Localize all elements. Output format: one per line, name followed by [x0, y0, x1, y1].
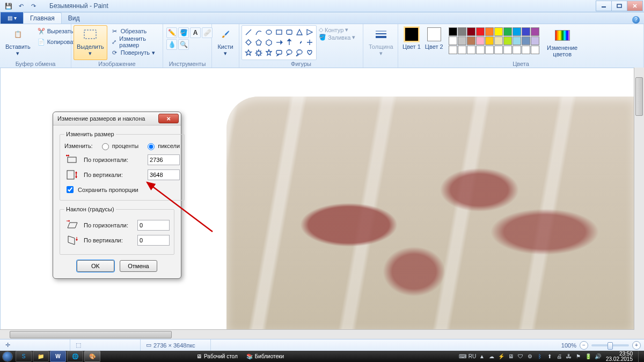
thickness-button[interactable]: Толщина▾: [365, 25, 397, 60]
cancel-button[interactable]: Отмена: [120, 260, 157, 272]
palette-color[interactable]: [531, 36, 539, 45]
start-button[interactable]: [0, 351, 15, 362]
fill-tool[interactable]: 🪣: [178, 27, 189, 38]
eraser-tool[interactable]: 🩹: [202, 27, 213, 38]
palette-empty[interactable]: [494, 46, 503, 54]
tab-view[interactable]: Вид: [62, 13, 86, 24]
dialog-title-bar[interactable]: Изменение размеров и наклона ✕: [53, 112, 181, 125]
palette-color[interactable]: [513, 36, 521, 45]
flag-icon[interactable]: ⚑: [575, 353, 582, 360]
palette-empty[interactable]: [476, 46, 485, 54]
scrollbar-thumb[interactable]: [10, 331, 172, 338]
palette-color[interactable]: [449, 27, 457, 36]
skew-h-input[interactable]: [137, 220, 170, 231]
palette-color[interactable]: [503, 27, 512, 36]
keep-aspect-checkbox[interactable]: Сохранить пропорции: [64, 184, 180, 195]
edit-colors-button[interactable]: Изменение цветов: [543, 27, 582, 57]
palette-empty[interactable]: [531, 46, 539, 54]
tray-icon[interactable]: ⚙: [526, 353, 534, 360]
palette-color[interactable]: [522, 27, 530, 36]
volume-icon[interactable]: 🔊: [594, 353, 602, 360]
palette-color[interactable]: [449, 36, 457, 45]
shape-fill-button[interactable]: 🪣Заливка▾: [319, 34, 355, 41]
skew-v-input[interactable]: [137, 235, 170, 246]
color2-button[interactable]: Цвет 2: [423, 27, 445, 50]
eyedropper-tool[interactable]: 💧: [166, 39, 177, 50]
taskbar-explorer[interactable]: 📁: [33, 351, 49, 362]
tray-icon[interactable]: ☁: [488, 353, 495, 360]
palette-color[interactable]: [513, 27, 521, 36]
palette-empty[interactable]: [449, 46, 457, 54]
palette-color[interactable]: [458, 36, 466, 45]
dialog-close-button[interactable]: ✕: [158, 114, 179, 123]
show-desktop-button[interactable]: [638, 351, 643, 362]
palette-color[interactable]: [503, 36, 512, 45]
file-menu-button[interactable]: ▤▾: [1, 12, 23, 24]
crop-button[interactable]: ✂Обрезать: [109, 26, 160, 36]
ok-button[interactable]: OK: [77, 260, 114, 272]
color1-button[interactable]: Цвет 1: [400, 27, 423, 50]
palette-empty[interactable]: [513, 46, 521, 54]
redo-icon[interactable]: ↷: [28, 1, 39, 11]
taskbar-browser[interactable]: 🌐: [67, 351, 83, 362]
slider-thumb[interactable]: [608, 342, 613, 350]
canvas[interactable]: Изменение размеров и наклона ✕ Изменить …: [1, 68, 634, 330]
zoom-in-button[interactable]: +: [632, 341, 641, 350]
network-icon[interactable]: 🖧: [565, 353, 573, 360]
palette-empty[interactable]: [467, 46, 475, 54]
palette-empty[interactable]: [503, 46, 512, 54]
toolbar-desktop[interactable]: 🖥Рабочий стол: [192, 353, 242, 359]
battery-icon[interactable]: 🔋: [584, 353, 592, 360]
taskbar-skype[interactable]: S: [16, 351, 32, 362]
tray-icon[interactable]: ⌨: [459, 353, 466, 360]
pixels-radio[interactable]: пиксели: [145, 142, 180, 150]
palette-color[interactable]: [476, 27, 485, 36]
percent-radio[interactable]: проценты: [99, 142, 139, 150]
resize-h-input[interactable]: [148, 154, 180, 165]
vertical-scrollbar[interactable]: [634, 68, 644, 330]
taskbar-word[interactable]: W: [50, 351, 66, 362]
text-tool[interactable]: A: [190, 27, 201, 38]
save-icon[interactable]: 💾: [3, 1, 14, 11]
palette-color[interactable]: [485, 27, 494, 36]
zoom-out-button[interactable]: −: [580, 341, 588, 350]
resize-button[interactable]: ⤢Изменить размер: [109, 37, 160, 47]
palette-color[interactable]: [494, 27, 503, 36]
toolbar-libraries[interactable]: 📚Библиотеки: [242, 353, 288, 359]
bluetooth-icon[interactable]: ᛒ: [536, 353, 544, 360]
help-icon[interactable]: ?: [632, 16, 640, 24]
palette-color[interactable]: [485, 36, 494, 45]
scrollbar-thumb[interactable]: [635, 77, 643, 116]
palette-empty[interactable]: [485, 46, 494, 54]
magnifier-tool[interactable]: 🔍: [178, 39, 189, 50]
palette-color[interactable]: [522, 36, 530, 45]
maximize-button[interactable]: [611, 1, 627, 11]
undo-icon[interactable]: ↶: [16, 1, 26, 11]
color-palette[interactable]: [449, 27, 539, 54]
tab-home[interactable]: Главная: [23, 12, 62, 24]
minimize-button[interactable]: [596, 1, 612, 11]
resize-v-input[interactable]: [148, 169, 180, 180]
shapes-gallery[interactable]: [241, 25, 317, 60]
close-button[interactable]: [627, 1, 643, 11]
lang-indicator[interactable]: RU: [469, 353, 476, 360]
palette-color[interactable]: [476, 36, 485, 45]
clock[interactable]: 23:50 23.02.2015: [604, 351, 635, 362]
paste-button[interactable]: 📋 Вставить▾: [2, 25, 34, 60]
tray-icon[interactable]: ▲: [478, 353, 486, 360]
brushes-button[interactable]: 🖌️ Кисти▾: [214, 25, 237, 60]
palette-color[interactable]: [494, 36, 503, 45]
tray-icon[interactable]: 🖨: [555, 353, 563, 360]
palette-color[interactable]: [467, 27, 475, 36]
zoom-slider[interactable]: [591, 344, 629, 346]
palette-empty[interactable]: [522, 46, 530, 54]
palette-empty[interactable]: [458, 46, 466, 54]
rotate-button[interactable]: ⟳Повернуть ▾: [109, 48, 160, 57]
tray-icon[interactable]: ⬆: [546, 353, 553, 360]
tray-icon[interactable]: 🛡: [517, 353, 524, 360]
horizontal-scrollbar[interactable]: [0, 329, 634, 339]
palette-color[interactable]: [467, 36, 475, 45]
shape-outline-button[interactable]: ◇Контур▾: [319, 26, 355, 33]
select-button[interactable]: Выделить▾: [74, 25, 107, 60]
pencil-tool[interactable]: ✏️: [166, 27, 177, 38]
